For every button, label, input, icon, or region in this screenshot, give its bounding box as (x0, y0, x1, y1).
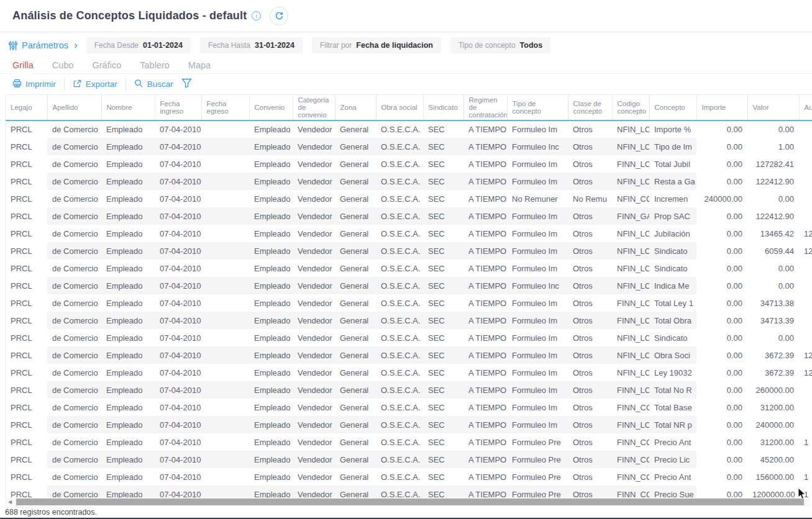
table-row[interactable]: PRCLde ComercioEmpleado07-04-2010Emplead… (6, 399, 812, 416)
cell-nombre: Empleado (101, 433, 155, 451)
toolbar-button-buscar[interactable]: Buscar (134, 79, 173, 90)
column-header-apellido[interactable]: Apellido (47, 95, 101, 120)
cell-legajo: PRCL (6, 451, 47, 468)
toolbar-button-exportar[interactable]: Exportar (73, 79, 117, 90)
column-header-tipo-de-concepto[interactable]: Tipo de concepto (507, 95, 568, 120)
cell-fecha-egreso (201, 433, 249, 451)
table-row[interactable]: PRCLde ComercioEmpleado07-04-2010Emplead… (6, 155, 812, 173)
table-row[interactable]: PRCLde ComercioEmpleado07-04-2010Emplead… (6, 485, 812, 498)
scroll-left-arrow[interactable]: ◀ (5, 498, 15, 506)
table-row[interactable]: PRCLde ComercioEmpleado07-04-2010Emplead… (6, 346, 812, 364)
cell-legajo: PRCL (6, 225, 47, 242)
cell-legajo: PRCL (6, 242, 47, 260)
cell-concepto: Ley 19032 (649, 364, 696, 381)
cell-tipo-de-concepto: Formuleo Im (507, 260, 568, 277)
cell-obra-social: O.S.E.C.A. (376, 468, 423, 485)
column-header-codigo-concepto[interactable]: Codigo concepto (612, 95, 649, 120)
tab-cubo[interactable]: Cubo (52, 60, 74, 73)
param-pill-fecha-hasta[interactable]: Fecha Hasta31-01-2024 (200, 37, 303, 53)
cell-sindicato: SEC (423, 381, 463, 399)
tab-mapa[interactable]: Mapa (188, 60, 211, 73)
column-header-concepto[interactable]: Concepto (649, 95, 696, 120)
cell-zona: General (335, 173, 376, 190)
cell-sindicato: SEC (423, 312, 463, 329)
column-header-categoria-de-convenio[interactable]: Categoria de convenio (293, 95, 335, 120)
column-header-fecha-ingreso[interactable]: Fecha ingreso (155, 95, 201, 120)
table-row[interactable]: PRCLde ComercioEmpleado07-04-2010Emplead… (6, 207, 812, 225)
cell-convenio: Empleado (249, 399, 293, 416)
table-row[interactable]: PRCLde ComercioEmpleado07-04-2010Emplead… (6, 433, 812, 451)
cell-obra-social: O.S.E.C.A. (376, 433, 423, 451)
column-header-legajo[interactable]: Legajo (6, 95, 47, 120)
cell-obra-social: O.S.E.C.A. (376, 399, 423, 416)
cell-categoria-de-convenio: Vendedor (293, 120, 335, 138)
cell-nombre: Empleado (101, 242, 155, 260)
table-row[interactable]: PRCLde ComercioEmpleado07-04-2010Emplead… (6, 277, 812, 294)
table-row[interactable]: PRCLde ComercioEmpleado07-04-2010Emplead… (6, 225, 812, 242)
conceptos-table: LegajoApellidoNombreFecha ingresoFecha e… (6, 95, 812, 498)
column-header-valor[interactable]: Valor (747, 95, 799, 120)
column-header-fecha-egreso[interactable]: Fecha egreso (201, 95, 249, 120)
cell-apellido: de Comercio (47, 294, 101, 312)
table-row[interactable]: PRCLde ComercioEmpleado07-04-2010Emplead… (6, 294, 812, 312)
tab-grafico[interactable]: Gráfico (93, 60, 122, 73)
parameters-toggle[interactable]: Parámetros › (9, 39, 78, 52)
cell-convenio: Empleado (249, 312, 293, 329)
table-row[interactable]: PRCLde ComercioEmpleado07-04-2010Emplead… (6, 242, 812, 260)
tab-tablero[interactable]: Tablero (140, 60, 170, 73)
cell-valor: 0.00 (747, 120, 799, 138)
table-row[interactable]: PRCLde ComercioEmpleado07-04-2010Emplead… (6, 416, 812, 433)
table-row[interactable]: PRCLde ComercioEmpleado07-04-2010Emplead… (6, 120, 812, 138)
cell-categoria-de-convenio: Vendedor (293, 312, 335, 329)
cell-apellido: de Comercio (47, 225, 101, 242)
filter-funnel-button[interactable] (181, 78, 192, 91)
refresh-button[interactable] (270, 7, 288, 25)
cell-fecha-ingreso: 07-04-2010 (155, 381, 201, 399)
column-header-regimen-de-contratacion[interactable]: Regimen de contratación (463, 95, 507, 120)
cell-tipo-de-concepto: Formuleo Im (507, 346, 568, 364)
cell-convenio: Empleado (249, 485, 293, 498)
param-pill-filtrar-por[interactable]: Filtrar porFecha de liquidacion (312, 37, 441, 53)
toolbar-button-imprimir[interactable]: Imprimir (12, 79, 56, 90)
cell-apellido: de Comercio (47, 277, 101, 294)
table-row[interactable]: PRCLde ComercioEmpleado07-04-2010Emplead… (6, 329, 812, 346)
column-header-nombre[interactable]: Nombre (101, 95, 155, 120)
table-row[interactable]: PRCLde ComercioEmpleado07-04-2010Emplead… (6, 138, 812, 155)
cell-fecha-ingreso: 07-04-2010 (155, 312, 201, 329)
table-row[interactable]: PRCLde ComercioEmpleado07-04-2010Emplead… (6, 451, 812, 468)
table-row[interactable]: PRCLde ComercioEmpleado07-04-2010Emplead… (6, 173, 812, 190)
tab-grilla[interactable]: Grilla (12, 60, 34, 74)
column-header-zona[interactable]: Zona (335, 95, 376, 120)
table-row[interactable]: PRCLde ComercioEmpleado07-04-2010Emplead… (6, 468, 812, 485)
scrollbar-thumb[interactable] (16, 499, 804, 505)
column-header-obra-social[interactable]: Obra social (376, 95, 423, 120)
info-icon[interactable]: i (252, 11, 261, 20)
column-header-convenio[interactable]: Convenio (249, 95, 293, 120)
param-pill-tipo-de-concepto[interactable]: Tipo de conceptoTodos (450, 37, 550, 53)
cell-codigo-concepto: FINN_LC (612, 312, 649, 329)
param-pill-fecha-desde[interactable]: Fecha Desde01-01-2024 (86, 37, 191, 53)
cell-concepto: Prop SAC (649, 207, 696, 225)
cell-au: 12 (799, 346, 812, 364)
table-row[interactable]: PRCLde ComercioEmpleado07-04-2010Emplead… (6, 190, 812, 207)
column-header-clase-de-concepto[interactable]: Clase de concepto (568, 95, 612, 120)
cell-zona: General (335, 155, 376, 173)
cell-legajo: PRCL (6, 138, 47, 155)
cell-regimen-de-contratacion: A TIEMPO (463, 242, 507, 260)
cell-legajo: PRCL (6, 399, 47, 416)
cell-zona: General (335, 277, 376, 294)
table-row[interactable]: PRCLde ComercioEmpleado07-04-2010Emplead… (6, 312, 812, 329)
table-row[interactable]: PRCLde ComercioEmpleado07-04-2010Emplead… (6, 260, 812, 277)
cell-apellido: de Comercio (47, 399, 101, 416)
cell-codigo-concepto: FINN_LC (612, 381, 649, 399)
column-header-au[interactable]: Au (799, 95, 812, 120)
scrollbar-track[interactable] (15, 498, 810, 506)
column-header-importe[interactable]: Importe (696, 95, 747, 120)
cell-zona: General (335, 416, 376, 433)
table-row[interactable]: PRCLde ComercioEmpleado07-04-2010Emplead… (6, 381, 812, 399)
cell-clase-de-concepto: Otros (568, 277, 612, 294)
table-row[interactable]: PRCLde ComercioEmpleado07-04-2010Emplead… (6, 364, 812, 381)
column-header-sindicato[interactable]: Sindicato (423, 95, 463, 120)
cell-sindicato: SEC (423, 433, 463, 451)
cell-codigo-concepto: NFIN_LC (612, 329, 649, 346)
